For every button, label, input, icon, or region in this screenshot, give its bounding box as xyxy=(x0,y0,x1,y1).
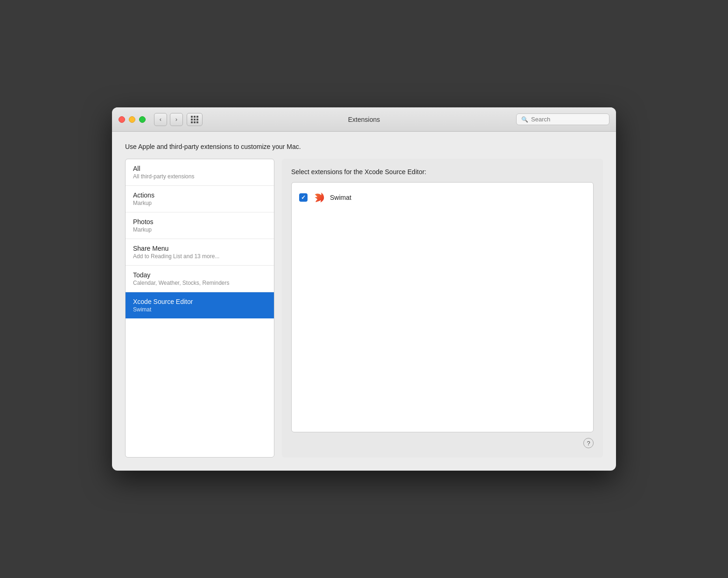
swift-icon xyxy=(312,191,325,204)
search-icon: 🔍 xyxy=(521,116,528,123)
help-button[interactable]: ? xyxy=(583,438,594,448)
checkmark-icon: ✓ xyxy=(301,194,306,201)
back-button[interactable]: ‹ xyxy=(154,113,167,126)
sidebar-item-xcode[interactable]: Xcode Source Editor Swimat xyxy=(126,292,274,318)
sidebar-item-photos[interactable]: Photos Markup xyxy=(126,212,274,239)
content-area: Use Apple and third-party extensions to … xyxy=(112,132,616,471)
sidebar-item-actions[interactable]: Actions Markup xyxy=(126,186,274,212)
description-text: Use Apple and third-party extensions to … xyxy=(125,143,603,150)
minimize-button[interactable] xyxy=(129,116,135,123)
sidebar-item-all[interactable]: All All third-party extensions xyxy=(126,159,274,186)
sidebar-item-photos-subtitle: Markup xyxy=(133,226,266,233)
sidebar-item-share-menu[interactable]: Share Menu Add to Reading List and 13 mo… xyxy=(126,239,274,266)
main-area: All All third-party extensions Actions M… xyxy=(125,159,603,458)
sidebar-item-all-title: All xyxy=(133,165,266,172)
grid-view-button[interactable] xyxy=(187,113,203,126)
extensions-box: ✓ Swimat xyxy=(291,182,594,432)
title-bar: ‹ › Extensions 🔍 xyxy=(112,107,616,132)
close-button[interactable] xyxy=(119,116,125,123)
search-input[interactable] xyxy=(531,116,604,123)
sidebar: All All third-party extensions Actions M… xyxy=(125,159,274,458)
window-title: Extensions xyxy=(348,116,380,123)
right-panel: Select extensions for the Xcode Source E… xyxy=(282,159,603,458)
sidebar-item-photos-title: Photos xyxy=(133,218,266,226)
extension-swimat: ✓ Swimat xyxy=(297,188,588,207)
sidebar-item-today-title: Today xyxy=(133,271,266,279)
panel-title: Select extensions for the Xcode Source E… xyxy=(291,168,594,176)
extensions-window: ‹ › Extensions 🔍 Use Apple and third-par… xyxy=(112,107,616,471)
sidebar-item-all-subtitle: All third-party extensions xyxy=(133,173,266,180)
sidebar-item-today-subtitle: Calendar, Weather, Stocks, Reminders xyxy=(133,280,266,286)
swimat-checkbox[interactable]: ✓ xyxy=(299,193,308,202)
extension-name: Swimat xyxy=(330,194,351,201)
sidebar-item-xcode-title: Xcode Source Editor xyxy=(133,298,266,305)
nav-buttons: ‹ › xyxy=(154,113,183,126)
forward-icon: › xyxy=(175,116,177,123)
sidebar-item-today[interactable]: Today Calendar, Weather, Stocks, Reminde… xyxy=(126,266,274,292)
help-row: ? xyxy=(291,438,594,448)
sidebar-item-actions-title: Actions xyxy=(133,191,266,199)
search-bar[interactable]: 🔍 xyxy=(516,113,609,125)
sidebar-item-xcode-subtitle: Swimat xyxy=(133,306,266,313)
back-icon: ‹ xyxy=(160,116,161,123)
sidebar-item-share-menu-subtitle: Add to Reading List and 13 more... xyxy=(133,253,266,260)
sidebar-item-actions-subtitle: Markup xyxy=(133,200,266,206)
maximize-button[interactable] xyxy=(139,116,146,123)
forward-button[interactable]: › xyxy=(170,113,183,126)
traffic-lights xyxy=(119,116,146,123)
sidebar-item-share-menu-title: Share Menu xyxy=(133,245,266,252)
grid-icon xyxy=(191,116,198,123)
